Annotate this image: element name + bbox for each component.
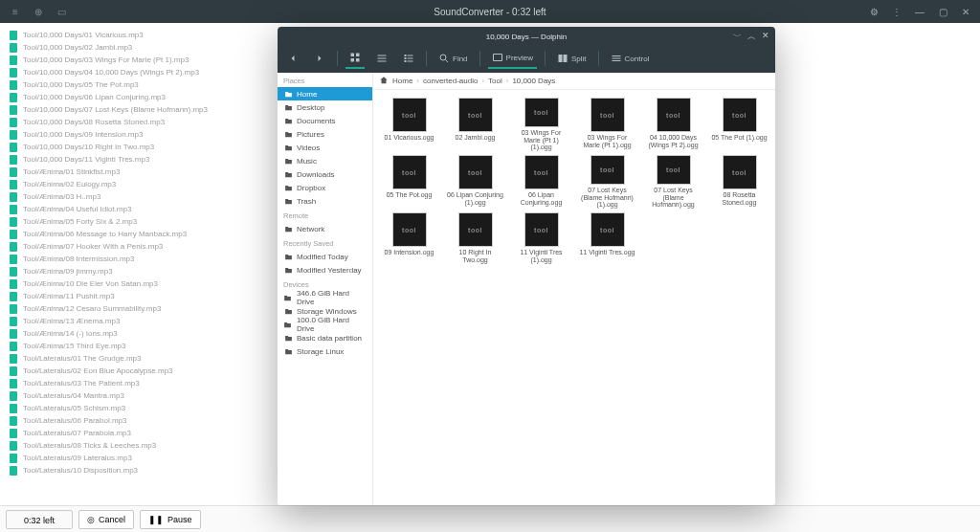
control-button[interactable]: Control: [607, 49, 654, 68]
sidebar-item-dropbox[interactable]: Dropbox: [278, 181, 372, 194]
forward-button[interactable]: [310, 49, 329, 68]
breadcrumb-segment[interactable]: Tool: [488, 77, 502, 85]
dolphin-title-text: 10,000 Days — Dolphin: [486, 33, 568, 41]
sidebar-item-documents[interactable]: Documents: [278, 114, 372, 127]
preview-button[interactable]: Preview: [488, 48, 537, 69]
sidebar-item-videos[interactable]: Videos: [278, 141, 372, 154]
progress-indicator: [10, 454, 17, 463]
dolphin-maximize-icon[interactable]: ︿: [747, 31, 756, 43]
find-button[interactable]: Find: [434, 49, 472, 68]
queue-item-label: Tool/10,000 Days/07 Lost Keys (Blame Hof…: [23, 105, 208, 114]
kebab-icon[interactable]: ⋮: [890, 7, 903, 17]
sidebar-item-network[interactable]: Network: [278, 222, 372, 235]
file-item[interactable]: 11 Viginti Tres (1).ogg: [509, 211, 573, 266]
sidebar-item-pictures[interactable]: Pictures: [278, 127, 372, 141]
file-item[interactable]: 05 The Pot (1).ogg: [707, 96, 771, 151]
file-item[interactable]: 09 Intension.ogg: [377, 211, 441, 266]
file-item[interactable]: 07 Lost Keys (Blame Hofmann) (1).ogg: [575, 153, 639, 209]
sidebar-item-home[interactable]: Home: [278, 87, 372, 100]
queue-item-label: Tool/10,000 Days/10 Right In Two.mp3: [23, 143, 154, 151]
progress-indicator: [10, 429, 17, 438]
pause-button[interactable]: ❚❚Pause: [140, 510, 201, 529]
sidebar-section-header: Remote: [278, 208, 372, 222]
file-name-label: 03 Wings For Marie (Pt 1).ogg: [579, 134, 636, 148]
progress-indicator: [10, 230, 17, 239]
file-name-label: 05 The Pot (1).ogg: [711, 134, 767, 142]
file-item[interactable]: 05 The Pot.ogg: [377, 153, 441, 209]
back-button[interactable]: [283, 49, 302, 68]
app-menu-icon[interactable]: ≡: [10, 7, 21, 17]
queue-item-label: Tool/Ænima/11 Pushit.mp3: [23, 292, 115, 300]
file-name-label: 11 Viginti Tres.ogg: [580, 249, 635, 256]
breadcrumb-segment[interactable]: Home: [392, 77, 412, 85]
maximize-icon[interactable]: ▢: [936, 7, 949, 17]
sidebar-item-music[interactable]: Music: [278, 154, 372, 167]
progress-indicator: [10, 379, 17, 388]
file-item[interactable]: 01 Vicarious.ogg: [377, 96, 441, 151]
progress-indicator: [10, 167, 17, 177]
home-icon[interactable]: [379, 76, 389, 87]
sidebar-item-100-0-gib-hard-drive[interactable]: 100.0 GiB Hard Drive: [278, 318, 372, 331]
sidebar-item-desktop[interactable]: Desktop: [278, 100, 372, 114]
sidebar-item-storage-linux[interactable]: Storage Linux: [278, 344, 372, 358]
view-icons-button[interactable]: [345, 48, 365, 69]
file-item[interactable]: 02 Jambi.ogg: [443, 96, 507, 151]
cancel-icon: ◎: [87, 515, 95, 524]
progress-indicator: [10, 93, 17, 102]
queue-item-label: Tool/Ænima/13 Ænema.mp3: [23, 317, 120, 325]
file-item[interactable]: 03 Wings For Marie (Pt 1) (1).ogg: [509, 96, 573, 151]
dolphin-close-icon[interactable]: ✕: [762, 31, 769, 43]
breadcrumb-segment[interactable]: 10,000 Days: [512, 77, 555, 85]
sidebar-item-trash[interactable]: Trash: [278, 194, 372, 208]
queue-item-label: Tool/Ænima/01 Stinkfist.mp3: [23, 167, 120, 176]
file-item[interactable]: 04 10,000 Days (Wings Pt 2).ogg: [641, 96, 705, 151]
sidebar-item-346-6-gib-hard-drive[interactable]: 346.6 GiB Hard Drive: [278, 291, 372, 304]
queue-item-label: Tool/10,000 Days/06 Lipan Conjuring.mp3: [23, 93, 166, 101]
file-item[interactable]: 11 Viginti Tres.ogg: [575, 211, 639, 266]
dolphin-toolbar: Find Preview Split Control: [278, 46, 775, 73]
album-art-thumbnail: [392, 155, 427, 189]
file-name-label: 07 Lost Keys (Blame Hofmann) (1).ogg: [579, 187, 636, 209]
view-details-button[interactable]: [399, 49, 418, 68]
cancel-button[interactable]: ◎Cancel: [78, 510, 134, 529]
file-item[interactable]: 03 Wings For Marie (Pt 1).ogg: [575, 96, 639, 151]
queue-item-label: Tool/Ænima/05 Forty Six & 2.mp3: [23, 217, 137, 226]
file-item[interactable]: 08 Rosetta Stoned.ogg: [707, 153, 771, 209]
sidebar-section-header: Recently Saved: [278, 235, 372, 250]
gear-icon[interactable]: ⚙: [867, 7, 880, 17]
minimize-icon[interactable]: —: [913, 7, 926, 17]
app-new-icon[interactable]: ⊕: [33, 7, 44, 17]
progress-indicator: [10, 404, 17, 413]
queue-item-label: Tool/10,000 Days/01 Vicarious.mp3: [23, 31, 144, 39]
breadcrumb-segment[interactable]: converted-audio: [423, 77, 478, 85]
queue-item-label: Tool/Lateralus/02 Eon Blue Apocalypse.mp…: [23, 366, 173, 375]
album-art-thumbnail: [723, 155, 757, 189]
app-tabs-icon[interactable]: ▭: [56, 7, 67, 17]
progress-indicator: [10, 217, 17, 227]
hdd-icon: [283, 333, 293, 343]
progress-indicator: [10, 105, 17, 115]
file-item[interactable]: 07 Lost Keys (Blame Hofmann).ogg: [641, 153, 705, 209]
sidebar-item-downloads[interactable]: Downloads: [278, 167, 372, 181]
sidebar-item-basic-data-partition[interactable]: Basic data partition: [278, 331, 372, 344]
pause-icon: ❚❚: [148, 515, 164, 524]
progress-indicator: [10, 466, 17, 476]
view-compact-button[interactable]: [372, 49, 391, 68]
queue-item-label: Tool/Lateralus/08 Ticks & Leeches.mp3: [23, 441, 156, 450]
sidebar-item-modified-today[interactable]: Modified Today: [278, 250, 372, 263]
dolphin-minimize-icon[interactable]: ﹀: [733, 31, 742, 43]
file-item[interactable]: 10 Right In Two.ogg: [443, 211, 507, 266]
progress-indicator: [10, 267, 17, 277]
sidebar-item-label: Trash: [297, 197, 316, 206]
chevron-right-icon: ›: [416, 77, 419, 85]
file-item[interactable]: 06 Lipan Conjuring (1).ogg: [443, 153, 507, 209]
progress-indicator: [10, 416, 17, 426]
split-button[interactable]: Split: [553, 49, 590, 68]
file-item[interactable]: 06 Lipan Conjuring.ogg: [509, 153, 573, 209]
dolphin-titlebar[interactable]: 10,000 Days — Dolphin ﹀ ︿ ✕: [278, 27, 775, 46]
close-icon[interactable]: ✕: [959, 7, 972, 17]
sidebar-item-label: Basic data partition: [297, 334, 362, 343]
progress-indicator: [10, 342, 17, 351]
sidebar-item-modified-yesterday[interactable]: Modified Yesterday: [278, 263, 372, 277]
progress-indicator: [10, 31, 17, 40]
